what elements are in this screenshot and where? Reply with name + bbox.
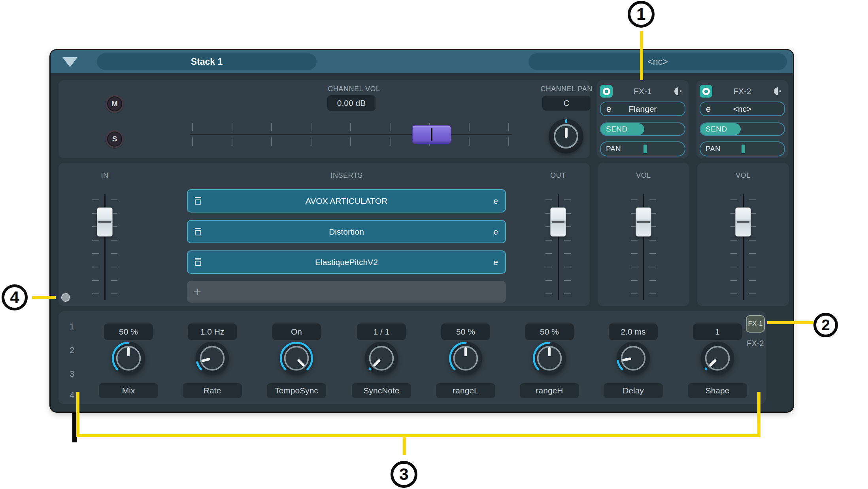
knob-value[interactable]: On <box>272 323 321 340</box>
fx1-send-label: SEND <box>606 123 628 135</box>
delay-knob[interactable] <box>615 340 651 376</box>
rate-knob[interactable] <box>194 340 230 376</box>
knob-module-mix: 50 % Mix <box>97 311 160 404</box>
pan-position-bar <box>643 145 647 153</box>
temposync-knob[interactable] <box>278 340 315 376</box>
tab-fx2[interactable]: FX-2 <box>743 337 767 349</box>
slider-track[interactable] <box>190 134 512 135</box>
pan-position-bar <box>742 145 745 153</box>
knob-label: rangeH <box>520 383 579 398</box>
insert-2-name: Distortion <box>329 227 364 237</box>
fx2-vol-fader[interactable] <box>730 184 756 301</box>
in-fader[interactable] <box>92 184 117 301</box>
callout-3-drop-line <box>403 437 406 455</box>
handle-line <box>552 222 564 223</box>
out-fader-handle[interactable] <box>550 207 566 237</box>
fx1-vol-fader[interactable] <box>631 184 656 301</box>
param-row-4[interactable]: 4 <box>68 390 76 401</box>
fx2-pan-label: PAN <box>706 142 721 156</box>
in-fader-handle[interactable] <box>97 207 113 237</box>
pan-knob-pointer <box>565 128 568 138</box>
fx2-vol-handle[interactable] <box>735 207 751 237</box>
solo-button[interactable]: S <box>106 130 124 148</box>
stack-right-field[interactable]: <nc> <box>528 53 787 70</box>
mix-knob[interactable] <box>110 340 147 376</box>
callout-3-right-line <box>757 392 760 437</box>
tab-fx1[interactable]: FX-1 <box>746 315 765 333</box>
param-row-1[interactable]: 1 <box>68 322 76 332</box>
handle-line <box>431 128 432 141</box>
callout-3-left-line <box>76 392 79 437</box>
add-insert-button[interactable]: + <box>187 281 506 303</box>
channel-pan-knob[interactable] <box>549 119 583 154</box>
channel-strip-panel: M S CHANNEL VOL 0.00 dB CHANNEL PAN C <box>58 80 590 158</box>
param-row-3[interactable]: 3 <box>68 369 76 379</box>
syncnote-knob[interactable] <box>363 340 400 376</box>
fx1-power-toggle[interactable] <box>600 85 613 98</box>
slider-ticks <box>192 137 509 146</box>
channel-vol-slider[interactable] <box>190 120 512 148</box>
insert-2-edit-button[interactable]: e <box>493 227 498 237</box>
knob-value[interactable]: 50 % <box>525 323 574 340</box>
knob-module-shape: 1 Shape <box>686 311 749 404</box>
handle-line <box>98 222 111 223</box>
out-fader[interactable] <box>545 184 571 301</box>
insert-1-name: AVOX ARTICULATOR <box>306 196 387 206</box>
channel-pan-label: CHANNEL PAN <box>525 85 608 93</box>
knob-value[interactable]: 1 / 1 <box>357 323 406 340</box>
stack-title-field[interactable]: Stack 1 <box>97 53 317 70</box>
inserts-label: INSERTS <box>307 171 386 180</box>
expand-dot-button[interactable] <box>61 293 70 302</box>
fx1-send-slider[interactable]: SEND <box>600 122 685 136</box>
fx1-plugin-selector[interactable]: e Flanger <box>600 102 685 116</box>
power-ring-icon <box>702 88 710 95</box>
knob-value[interactable]: 50 % <box>441 323 490 340</box>
plugin-window-icon <box>195 230 201 235</box>
fx1-pan-slider[interactable]: PAN <box>600 141 685 156</box>
fx2-power-toggle[interactable] <box>700 85 712 98</box>
callout-4-circle: 4 <box>2 284 28 310</box>
out-label: OUT <box>532 171 584 180</box>
fx1-slot-panel: FX-1 e Flanger SEND PAN <box>597 80 689 158</box>
knob-value[interactable]: 2.0 ms <box>609 323 658 340</box>
fx1-vol-label: VOL <box>618 171 669 180</box>
param-row-2[interactable]: 2 <box>68 345 76 355</box>
fx2-plugin-selector[interactable]: e <nc> <box>700 102 785 116</box>
fx1-vol-handle[interactable] <box>636 207 651 237</box>
fx2-pan-slider[interactable]: PAN <box>700 141 785 156</box>
callout-2-line <box>767 321 813 324</box>
fx2-send-slider[interactable]: SEND <box>700 122 785 136</box>
channel-pan-value[interactable]: C <box>542 96 591 111</box>
fx2-edit-button[interactable]: e <box>706 104 711 114</box>
fx2-send-label: SEND <box>706 123 727 135</box>
insert-3-edit-button[interactable]: e <box>493 258 498 267</box>
fx-params-panel: 1 2 3 4 50 % Mix 1.0 Hz Rate On TempoSyn… <box>58 311 766 404</box>
mute-button[interactable]: M <box>106 95 124 113</box>
knob-value[interactable]: 1.0 Hz <box>188 323 237 340</box>
knob-label: Rate <box>183 383 242 398</box>
knob-value[interactable]: 50 % <box>104 323 153 340</box>
insert-slot-2[interactable]: Distortion e <box>187 220 506 243</box>
rangel-knob[interactable] <box>447 340 484 376</box>
channel-vol-handle[interactable] <box>412 125 451 144</box>
fx1-pan-label: PAN <box>606 142 621 156</box>
rangeh-knob[interactable] <box>531 340 568 376</box>
fx2-slot-panel: FX-2 e <nc> SEND PAN <box>696 80 788 158</box>
disclosure-triangle-icon[interactable] <box>62 57 77 67</box>
pan-mode-icon <box>774 87 783 95</box>
callout-1-circle: 1 <box>628 1 655 28</box>
fx1-plugin-name: Flanger <box>628 104 657 114</box>
insert-3-name: ElastiquePitchV2 <box>315 258 378 267</box>
knob-module-rangeh: 50 % rangeH <box>518 311 581 404</box>
fx2-plugin-name: <nc> <box>733 104 752 114</box>
shape-knob[interactable] <box>699 340 736 376</box>
channel-vol-value[interactable]: 0.00 dB <box>327 95 376 111</box>
insert-slot-1[interactable]: AVOX ARTICULATOR e <box>187 189 506 213</box>
knob-module-temposync: On TempoSync <box>265 311 328 404</box>
insert-slot-3[interactable]: ElastiquePitchV2 e <box>187 250 506 274</box>
knob-value[interactable]: 1 <box>693 323 742 340</box>
callout-2-circle: 2 <box>813 313 838 337</box>
fx1-edit-button[interactable]: e <box>606 104 611 114</box>
insert-1-edit-button[interactable]: e <box>493 196 498 206</box>
knob-label: Delay <box>604 383 663 398</box>
